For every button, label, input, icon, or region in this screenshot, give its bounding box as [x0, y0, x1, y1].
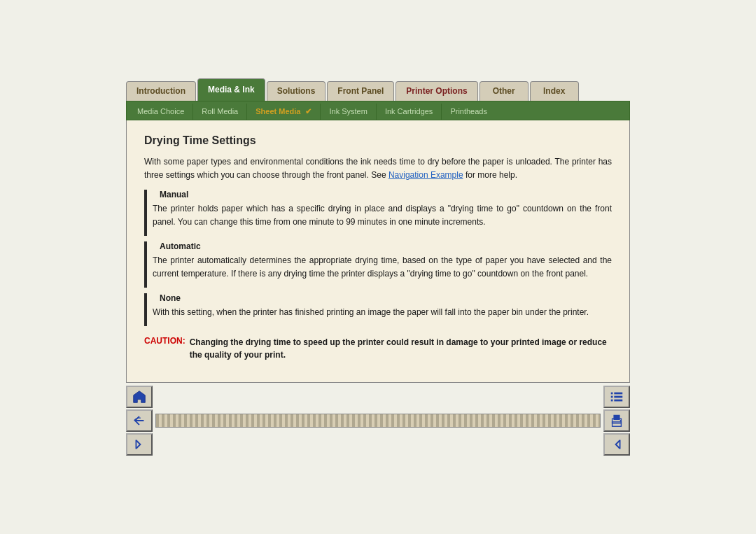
bottom-right-buttons — [603, 386, 630, 456]
svg-rect-5 — [611, 400, 613, 402]
content-area: Drying Time Settings With some paper typ… — [126, 120, 630, 383]
list-button[interactable] — [603, 386, 630, 408]
sub-nav: Media Choice Roll Media Sheet Media ✔ In… — [126, 101, 630, 120]
section-manual: Manual The printer holds paper which has… — [144, 190, 612, 236]
section-header-manual: Manual — [160, 190, 612, 199]
section-header-automatic: Automatic — [160, 241, 612, 251]
caution-text: Changing the drying time to speed up the… — [190, 336, 612, 361]
svg-rect-11 — [620, 440, 621, 449]
tab-media-ink[interactable]: Media & Ink — [197, 78, 265, 101]
margin-bar-automatic — [144, 241, 147, 288]
sub-tab-roll-media[interactable]: Roll Media — [193, 104, 247, 120]
tab-index[interactable]: Index — [530, 81, 579, 101]
app-container: Introduction Media & Ink Solutions Front… — [126, 78, 630, 456]
tab-solutions[interactable]: Solutions — [267, 81, 326, 101]
home-icon — [132, 389, 147, 405]
arrow-right-icon — [609, 437, 624, 452]
svg-rect-0 — [136, 440, 137, 449]
caution-label: CAUTION: — [144, 336, 186, 361]
intro-paragraph: With some paper types and environmental … — [144, 155, 612, 182]
section-text-automatic: The printer automatically determines the… — [153, 254, 612, 281]
section-text-none: With this setting, when the printer has … — [153, 306, 612, 319]
section-none: None With this setting, when the printer… — [144, 293, 612, 326]
home-button[interactable] — [126, 386, 153, 408]
back-icon — [132, 413, 147, 428]
top-nav: Introduction Media & Ink Solutions Front… — [126, 78, 630, 101]
margin-bar-none — [144, 293, 147, 326]
list-icon — [609, 389, 624, 405]
tab-introduction[interactable]: Introduction — [126, 81, 196, 101]
back-button[interactable] — [126, 409, 153, 432]
print-icon — [609, 413, 624, 428]
tab-printer-options[interactable]: Printer Options — [396, 81, 477, 101]
next-button[interactable] — [603, 433, 630, 456]
prev-button[interactable] — [126, 433, 153, 456]
tab-other[interactable]: Other — [479, 81, 528, 101]
section-text-manual: The printer holds paper which has a spec… — [153, 202, 612, 229]
svg-rect-7 — [612, 422, 622, 426]
tab-front-panel[interactable]: Front Panel — [327, 81, 394, 101]
margin-bar-manual — [144, 190, 147, 236]
svg-rect-1 — [611, 393, 613, 395]
svg-point-10 — [620, 421, 622, 422]
svg-rect-8 — [613, 415, 620, 420]
sub-tab-printheads[interactable]: Printheads — [442, 104, 496, 120]
section-header-none: None — [160, 293, 612, 303]
bottom-left-buttons — [126, 386, 153, 456]
section-automatic: Automatic The printer automatically dete… — [144, 241, 612, 288]
svg-rect-4 — [614, 396, 622, 398]
sub-tab-media-choice[interactable]: Media Choice — [129, 104, 193, 120]
scroll-track[interactable] — [155, 414, 601, 428]
svg-rect-2 — [614, 393, 622, 395]
print-button[interactable] — [603, 409, 630, 432]
sub-tab-sheet-media[interactable]: Sheet Media ✔ — [247, 104, 321, 120]
svg-rect-6 — [614, 400, 622, 402]
arrow-left-icon — [132, 437, 147, 452]
sub-tab-ink-system[interactable]: Ink System — [321, 104, 376, 120]
page-title: Drying Time Settings — [144, 134, 612, 147]
bottom-nav — [126, 386, 630, 456]
navigation-link[interactable]: Navigation Example — [388, 170, 463, 180]
sub-tab-ink-cartridges[interactable]: Ink Cartridges — [377, 104, 442, 120]
caution-block: CAUTION: Changing the drying time to spe… — [144, 336, 612, 361]
svg-rect-3 — [611, 396, 613, 398]
